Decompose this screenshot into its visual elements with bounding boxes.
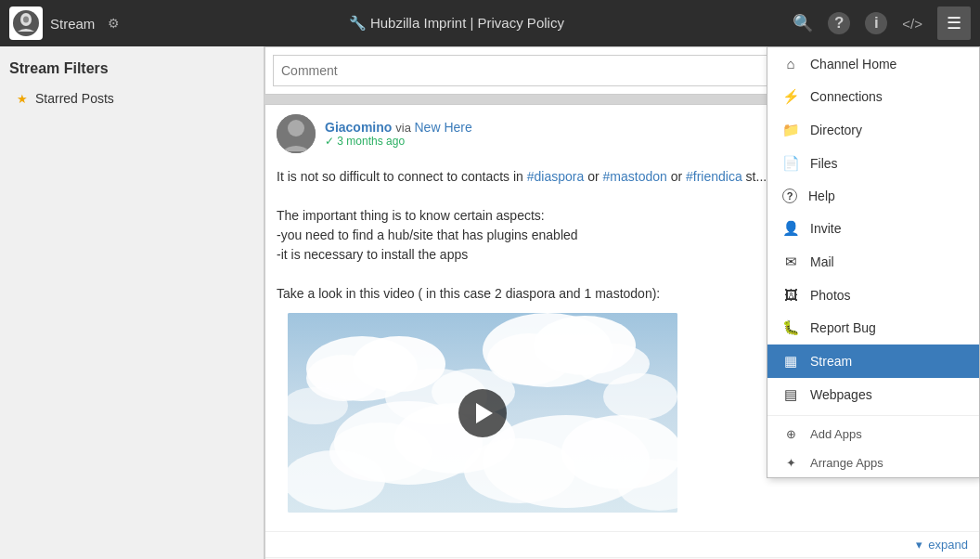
menu-item-directory[interactable]: 📁 Directory [767,113,979,147]
menu-item-files[interactable]: 📄 Files [767,147,979,180]
arrange-icon: ✦ [782,456,799,470]
help-menu-icon: ? [782,188,797,203]
topnav: Stream ⚙ 🔧 Hubzilla Imprint | Privacy Po… [0,0,980,46]
logo[interactable] [9,6,43,40]
menu-item-invite[interactable]: 👤 Invite [767,212,979,245]
svg-point-22 [464,438,575,503]
menu-item-connections[interactable]: ⚡ Connections [767,80,979,113]
menu-label-directory: Directory [810,123,862,137]
search-icon[interactable]: 🔍 [793,13,813,33]
invite-icon: 👤 [782,220,799,237]
menu-item-help[interactable]: ? Help [767,180,979,212]
menu-item-report-bug[interactable]: 🐛 Report Bug [767,311,979,344]
sidebar-item-starred-posts[interactable]: ★ Starred Posts [9,86,254,110]
post-via: via [395,121,414,135]
mastodon-link[interactable]: #mastodon [603,169,667,184]
files-icon: 📄 [782,155,799,172]
menu-item-mail[interactable]: ✉ Mail [767,245,979,279]
menu-item-photos[interactable]: 🖼 Photos [767,279,979,311]
expand-label: expand [928,538,968,552]
svg-point-23 [288,450,385,510]
connections-icon: ⚡ [782,88,799,105]
svg-point-4 [288,120,304,136]
settings-icon[interactable]: ⚙ [108,16,120,31]
site-title: 🔧 Hubzilla Imprint | Privacy Policy [120,15,793,32]
hamburger-menu-button[interactable]: ☰ [937,6,971,40]
main-layout: Stream Filters ★ Starred Posts [0,46,980,559]
menu-item-webpages[interactable]: ▤ Webpages [767,378,979,411]
add-icon: ⊕ [782,427,799,441]
starred-posts-label: Starred Posts [35,91,114,106]
post-author[interactable]: Giacomino [325,120,392,135]
stream-label: Stream [50,16,95,32]
menu-label-connections: Connections [810,89,883,104]
menu-label-photos: Photos [810,288,851,303]
diaspora-link[interactable]: #diaspora [527,169,585,184]
menu-label-arrange-apps: Arrange Apps [810,456,883,470]
menu-label-help: Help [808,188,835,203]
video-thumbnail[interactable] [288,313,677,513]
webpages-icon: ▤ [782,386,799,403]
brand: Stream ⚙ [9,6,120,40]
code-icon[interactable]: </> [902,16,922,32]
star-icon: ★ [17,92,28,106]
menu-label-channel-home: Channel Home [810,57,896,72]
menu-item-stream[interactable]: ▦ Stream [767,344,979,378]
home-icon: ⌂ [782,56,799,72]
help-icon[interactable]: ? [828,12,850,34]
nav-dropdown-menu: ⌂ Channel Home ⚡ Connections 📁 Directory… [767,46,980,478]
sidebar-title: Stream Filters [9,60,254,77]
content-area: Giacomino via New Here 3 months ago It i… [264,46,980,559]
info-icon[interactable]: i [865,12,887,34]
directory-icon: 📁 [782,122,799,138]
menu-label-add-apps: Add Apps [810,427,862,441]
dropdown-divider [767,415,979,416]
svg-point-15 [603,373,677,420]
sidebar: Stream Filters ★ Starred Posts [0,46,264,559]
menu-label-invite: Invite [810,221,841,236]
expand-bar[interactable]: ▾ expand [265,531,979,557]
stream-icon: ▦ [782,353,799,370]
nav-icons: 🔍 ? i </> ☰ [793,6,971,40]
play-button[interactable] [458,389,507,437]
post-via-link[interactable]: New Here [415,120,472,135]
menu-label-webpages: Webpages [810,387,872,402]
friendica-link[interactable]: #friendica [686,169,742,184]
mail-icon: ✉ [782,254,799,270]
menu-label-mail: Mail [810,254,834,269]
bug-icon: 🐛 [782,319,799,336]
avatar [277,114,316,153]
menu-item-channel-home[interactable]: ⌂ Channel Home [767,47,979,80]
chevron-down-icon: ▾ [916,538,922,552]
photos-icon: 🖼 [782,287,799,303]
menu-item-add-apps[interactable]: ⊕ Add Apps [767,420,979,448]
menu-label-stream: Stream [810,354,852,369]
menu-label-report-bug: Report Bug [810,320,876,335]
menu-label-files: Files [810,156,838,171]
menu-item-arrange-apps[interactable]: ✦ Arrange Apps [767,448,979,477]
svg-point-2 [23,17,29,23]
